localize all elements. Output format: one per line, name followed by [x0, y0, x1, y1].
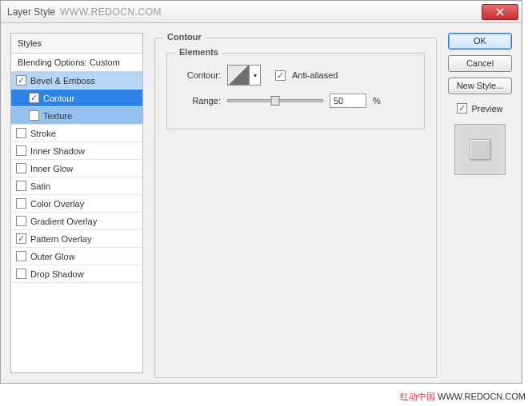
effect-checkbox[interactable]	[16, 198, 26, 209]
right-column: OK Cancel New Style... Preview	[448, 33, 512, 373]
watermark-top: WWW.REDOCN.COM	[60, 6, 162, 18]
effect-label: Drop Shadow	[30, 269, 84, 279]
contour-swatch	[228, 66, 249, 85]
blending-options-row[interactable]: Blending Options: Custom	[11, 54, 142, 72]
effect-row-satin[interactable]: Satin	[11, 177, 142, 195]
effect-row-stroke[interactable]: Stroke	[11, 125, 142, 142]
close-icon	[496, 8, 504, 16]
range-slider[interactable]	[227, 99, 323, 102]
range-label: Range:	[177, 96, 221, 105]
effect-label: Bevel & Emboss	[30, 76, 95, 86]
preview-checkbox[interactable]	[457, 103, 467, 113]
effect-label: Gradient Overlay	[30, 217, 97, 226]
ok-button[interactable]: OK	[448, 33, 512, 50]
effect-row-pattern-overlay[interactable]: Pattern Overlay	[11, 230, 142, 248]
effect-row-texture[interactable]: Texture	[11, 107, 142, 125]
dialog-body: Styles Blending Options: Custom Bevel & …	[10, 33, 512, 373]
effect-checkbox[interactable]	[16, 216, 26, 226]
effect-label: Satin	[30, 181, 50, 191]
elements-title: Elements	[175, 47, 222, 57]
effect-checkbox[interactable]	[29, 110, 39, 121]
effect-row-outer-glow[interactable]: Outer Glow	[11, 248, 142, 265]
effect-checkbox[interactable]	[16, 269, 26, 279]
cancel-button[interactable]: Cancel	[448, 55, 512, 72]
effect-label: Inner Shadow	[30, 146, 85, 156]
preview-thumbnail	[454, 124, 506, 175]
effect-label: Outer Glow	[30, 252, 75, 261]
effect-row-inner-shadow[interactable]: Inner Shadow	[11, 142, 142, 160]
footer-watermark: 红动中国 WWW.REDOCN.COM	[400, 391, 526, 403]
effect-label: Contour	[43, 94, 74, 103]
effect-checkbox[interactable]	[16, 128, 26, 138]
layer-style-dialog: Layer Style WWW.REDOCN.COM Styles Blendi…	[0, 0, 522, 384]
styles-panel: Styles Blending Options: Custom Bevel & …	[10, 33, 143, 373]
contour-row: Contour: ▾ Anti-aliased	[177, 65, 414, 86]
effect-row-drop-shadow[interactable]: Drop Shadow	[11, 265, 142, 283]
effect-label: Color Overlay	[30, 199, 84, 209]
styles-header[interactable]: Styles	[11, 34, 142, 54]
elements-group: Elements Contour: ▾ Anti-aliased Range:	[166, 53, 425, 129]
effect-checkbox[interactable]	[16, 145, 26, 156]
anti-aliased-label: Anti-aliased	[292, 70, 338, 80]
main-panel: Contour Elements Contour: ▾ Anti-aliased…	[154, 33, 437, 373]
close-button[interactable]	[482, 4, 518, 20]
effect-label: Stroke	[30, 129, 56, 138]
effect-checkbox[interactable]	[29, 93, 39, 103]
effect-checkbox[interactable]	[16, 233, 26, 244]
titlebar: Layer Style WWW.REDOCN.COM	[1, 1, 522, 23]
contour-group: Contour Elements Contour: ▾ Anti-aliased…	[154, 38, 437, 378]
effect-checkbox[interactable]	[16, 251, 26, 261]
anti-aliased-checkbox[interactable]	[275, 70, 286, 81]
range-input[interactable]	[330, 94, 366, 108]
range-unit: %	[373, 96, 381, 105]
effect-row-contour[interactable]: Contour	[11, 90, 142, 107]
effect-label: Texture	[43, 111, 72, 121]
group-title: Contour	[163, 32, 206, 42]
footer-url: WWW.REDOCN.COM	[438, 392, 526, 401]
effect-row-inner-glow[interactable]: Inner Glow	[11, 160, 142, 177]
effect-row-gradient-overlay[interactable]: Gradient Overlay	[11, 213, 142, 230]
effect-checkbox[interactable]	[16, 163, 26, 173]
dialog-title: Layer Style	[7, 6, 55, 18]
range-row: Range: %	[177, 94, 414, 108]
slider-thumb[interactable]	[271, 96, 280, 105]
contour-picker[interactable]: ▾	[227, 65, 261, 86]
effect-row-bevel-emboss[interactable]: Bevel & Emboss	[11, 72, 142, 90]
effect-checkbox[interactable]	[16, 181, 26, 191]
new-style-button[interactable]: New Style...	[448, 78, 512, 94]
contour-label: Contour:	[177, 70, 221, 80]
effect-checkbox[interactable]	[16, 75, 26, 86]
effect-label: Pattern Overlay	[30, 234, 91, 244]
footer-red: 红动中国	[400, 392, 435, 401]
preview-inner	[470, 139, 490, 160]
chevron-down-icon: ▾	[249, 66, 260, 85]
preview-row: Preview	[448, 103, 512, 113]
preview-label: Preview	[471, 104, 502, 113]
effect-row-color-overlay[interactable]: Color Overlay	[11, 195, 142, 213]
effect-label: Inner Glow	[30, 164, 73, 173]
